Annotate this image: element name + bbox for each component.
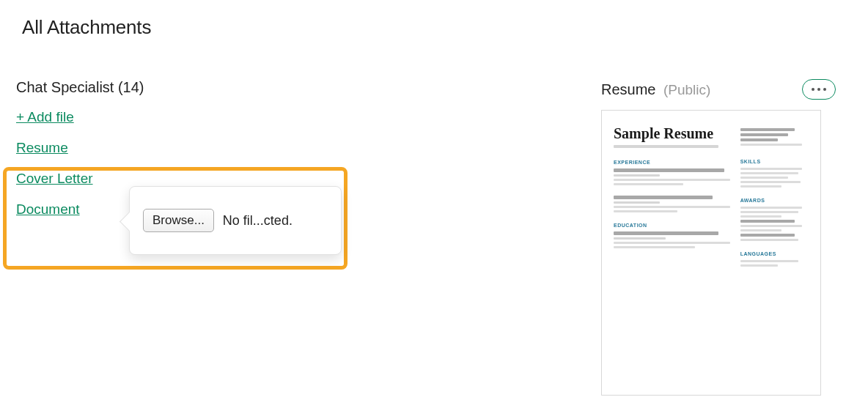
doc-experience-entry	[614, 168, 730, 185]
preview-title-group: Resume (Public)	[601, 81, 710, 98]
doc-languages-block	[740, 260, 809, 267]
resume-link[interactable]: Resume	[16, 140, 68, 156]
doc-title: Sample Resume	[614, 125, 730, 142]
doc-contact-block	[740, 128, 809, 146]
doc-education-entry	[614, 231, 730, 248]
document-link[interactable]: Document	[16, 201, 80, 218]
doc-experience-entry	[614, 196, 730, 212]
doc-section-education: EDUCATION	[614, 223, 730, 228]
doc-subtitle-placeholder	[614, 145, 718, 148]
ellipsis-icon	[817, 88, 820, 91]
doc-section-experience: EXPERIENCE	[614, 160, 730, 165]
preview-title: Resume	[601, 81, 655, 97]
more-options-button[interactable]	[802, 79, 836, 100]
document-preview[interactable]: Sample Resume EXPERIENCE EDUCATION	[601, 110, 821, 396]
browse-button[interactable]: Browse...	[143, 209, 214, 232]
preview-header: Resume (Public)	[601, 79, 836, 100]
preview-panel: Resume (Public) Sample Resume EXPERIENCE	[601, 79, 836, 396]
doc-section-awards: AWARDS	[740, 198, 809, 203]
doc-awards-block	[740, 207, 809, 241]
doc-section-skills: SKILLS	[740, 159, 809, 164]
cover-letter-link[interactable]: Cover Letter	[16, 171, 93, 187]
file-status-text: No fil...cted.	[223, 213, 293, 229]
preview-visibility: (Public)	[663, 82, 710, 97]
ellipsis-icon	[823, 88, 826, 91]
doc-main-column: Sample Resume EXPERIENCE EDUCATION	[614, 125, 730, 380]
doc-side-column: SKILLS AWARDS LANGUAGES	[740, 125, 809, 380]
doc-section-languages: LANGUAGES	[740, 251, 809, 256]
doc-skills-block	[740, 168, 809, 188]
add-file-link[interactable]: + Add file	[16, 109, 74, 125]
job-heading: Chat Specialist (14)	[16, 79, 353, 96]
ellipsis-icon	[812, 88, 814, 91]
page-title: All Attachments	[22, 16, 151, 39]
file-upload-popover: Browse... No fil...cted.	[129, 186, 342, 255]
